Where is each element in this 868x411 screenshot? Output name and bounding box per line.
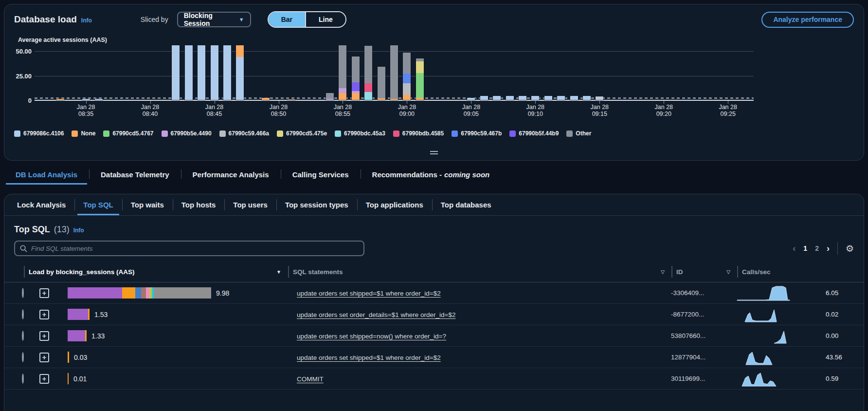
bar-segment — [390, 99, 398, 100]
legend-item[interactable]: 6799086c.4106 — [14, 130, 64, 137]
sql-statement-link[interactable]: update orders set shipped=now() where or… — [297, 333, 446, 340]
chart-bar[interactable] — [288, 99, 295, 100]
legend-item[interactable]: 67990c59.467b — [452, 130, 502, 137]
subtab-top-users[interactable]: Top users — [224, 194, 276, 215]
tab-recommendations[interactable]: Recommendations -coming soon — [361, 166, 502, 185]
chart-bar[interactable] — [95, 99, 103, 100]
top-sql-title: Top SQL — [14, 224, 50, 235]
subtab-top-session-types[interactable]: Top session types — [276, 194, 357, 215]
legend-item[interactable]: 67990c59.466a — [219, 130, 269, 137]
column-sql[interactable]: SQL statements ▽ — [289, 266, 672, 278]
chart-bar[interactable] — [339, 45, 346, 100]
bar-segment — [211, 45, 218, 100]
legend-item[interactable]: 67990bdb.4585 — [393, 130, 444, 137]
tab-calling-services[interactable]: Calling Services — [281, 166, 361, 185]
chart-bar[interactable] — [262, 98, 270, 100]
sort-icon[interactable]: ▽ — [661, 269, 665, 275]
sort-desc-icon[interactable]: ▼ — [276, 269, 281, 275]
chart-bar[interactable] — [544, 96, 552, 100]
column-id[interactable]: ID ▽ — [672, 266, 738, 278]
legend-item[interactable]: 67990bdc.45a3 — [335, 130, 385, 137]
chart-bar[interactable] — [493, 96, 501, 100]
toggle-line-option[interactable]: Line — [306, 12, 345, 27]
legend-item[interactable]: 67990cd5.4767 — [103, 130, 153, 137]
chart-bar[interactable] — [390, 45, 398, 100]
chart-bar[interactable] — [467, 98, 475, 100]
toggle-bar-option[interactable]: Bar — [269, 12, 306, 27]
row-radio-button[interactable] — [22, 309, 24, 319]
row-radio-button[interactable] — [22, 288, 24, 298]
gear-icon[interactable]: ⚙ — [846, 243, 854, 254]
chart-bar[interactable] — [416, 58, 424, 100]
row-radio-button[interactable] — [22, 374, 24, 384]
tab-database-telemetry[interactable]: Database Telemetry — [89, 166, 181, 185]
panel-header: Database load Info Sliced by Blocking Se… — [4, 4, 864, 28]
slice-dropdown[interactable]: Blocking Session ▼ — [177, 12, 251, 27]
bar-segment — [236, 45, 244, 57]
chart-bar[interactable] — [236, 45, 244, 100]
subtab-top-hosts[interactable]: Top hosts — [173, 194, 225, 215]
tab-db-load-analysis[interactable]: DB Load Analysis — [4, 166, 89, 185]
sql-statement-link[interactable]: update orders set shipped=$1 where order… — [297, 354, 441, 361]
chart-bar[interactable] — [82, 99, 90, 100]
sql-statement-link[interactable]: update orders set order_details=$1 where… — [297, 311, 455, 318]
subtab-top-waits[interactable]: Top waits — [122, 194, 173, 215]
expand-row-icon[interactable]: + — [39, 374, 49, 384]
row-radio-button[interactable] — [22, 352, 24, 362]
chart-bar[interactable] — [352, 56, 360, 100]
analyze-performance-button[interactable]: Analyze performance — [761, 12, 854, 28]
sql-statement-link[interactable]: COMMIT — [297, 375, 324, 383]
resize-handle-icon[interactable] — [430, 149, 438, 156]
chart-bar[interactable] — [56, 99, 64, 100]
chart-bar[interactable] — [519, 96, 526, 100]
chart-bar[interactable] — [583, 96, 591, 100]
bar-segment — [519, 96, 526, 100]
legend-item[interactable]: 67990cd5.475e — [277, 130, 327, 137]
expand-row-icon[interactable]: + — [39, 288, 49, 298]
chart-bar[interactable] — [596, 96, 603, 100]
chart-bar[interactable] — [172, 45, 180, 100]
pagination: ‹ 12 › ⚙ — [793, 242, 854, 255]
top-sql-info-link[interactable]: Info — [73, 227, 84, 234]
subtab-top-databases[interactable]: Top databases — [432, 194, 500, 215]
legend-item[interactable]: 67990b5e.4490 — [162, 130, 212, 137]
subtab-top-applications[interactable]: Top applications — [357, 194, 432, 215]
table-row: +1.53update orders set order_details=$1 … — [4, 304, 864, 325]
page-prev-icon[interactable]: ‹ — [793, 243, 796, 254]
chart-bar[interactable] — [506, 96, 514, 100]
chart-bar[interactable] — [185, 45, 193, 100]
calls-sparkline — [723, 284, 805, 302]
page-number-1[interactable]: 1 — [803, 244, 807, 252]
chart-bar[interactable] — [326, 93, 334, 100]
x-tick-label: Jan 2809:25 — [719, 104, 737, 117]
chart-bar[interactable] — [198, 45, 205, 100]
subtab-top-sql[interactable]: Top SQL — [74, 194, 122, 215]
radio-cell — [4, 374, 39, 383]
legend-item[interactable]: 67990b5f.44b9 — [509, 130, 559, 137]
sql-statement-link[interactable]: update orders set shipped=$1 where order… — [297, 290, 441, 297]
row-radio-button[interactable] — [22, 331, 24, 341]
tab-performance-analysis[interactable]: Performance Analysis — [181, 166, 281, 185]
table-row: +9.98update orders set shipped=$1 where … — [4, 282, 864, 304]
expand-row-icon[interactable]: + — [39, 310, 49, 319]
expand-row-icon[interactable]: + — [39, 331, 49, 341]
chart-bar[interactable] — [570, 96, 578, 100]
page-next-icon[interactable]: › — [827, 243, 830, 254]
database-load-info-link[interactable]: Info — [81, 17, 92, 24]
chart-bar[interactable] — [403, 53, 411, 100]
chart-bar[interactable] — [480, 96, 488, 100]
chart-bar[interactable] — [557, 96, 565, 100]
expand-row-icon[interactable]: + — [39, 353, 49, 362]
legend-item[interactable]: Other — [566, 130, 591, 137]
sort-icon[interactable]: ▽ — [726, 269, 730, 275]
legend-item[interactable]: None — [72, 130, 95, 137]
page-number-2[interactable]: 2 — [815, 244, 819, 252]
column-load[interactable]: Load by blocking_sessions (AAS) ▼ — [24, 266, 289, 278]
chart-bar[interactable] — [223, 45, 231, 100]
search-input[interactable] — [31, 245, 359, 252]
chart-bar[interactable] — [211, 45, 218, 100]
chart-bar[interactable] — [378, 67, 385, 100]
chart-bar[interactable] — [364, 46, 372, 100]
subtab-lock-analysis[interactable]: Lock Analysis — [8, 194, 74, 215]
chart-bar[interactable] — [531, 96, 539, 100]
